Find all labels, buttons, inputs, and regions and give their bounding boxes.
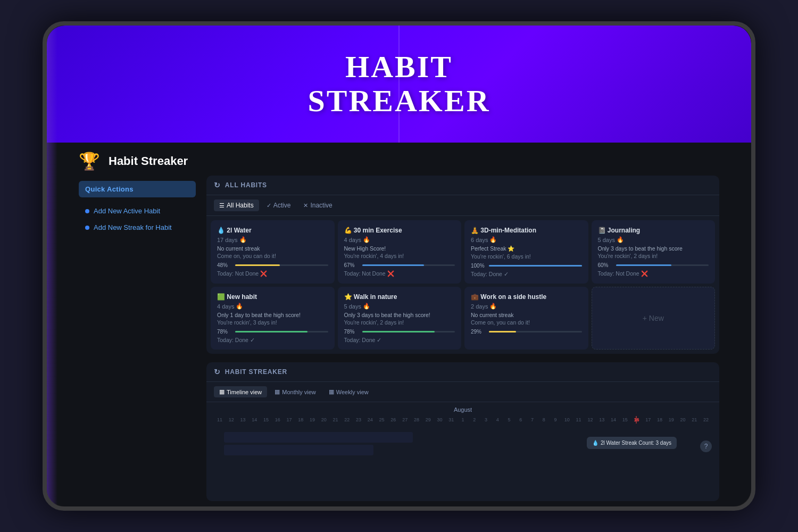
- progress-pct: 78%: [344, 329, 359, 335]
- timeline-date-17: 17: [284, 416, 295, 423]
- progress-bar-bg: [235, 331, 328, 332]
- timeline-date-27: 27: [399, 416, 411, 423]
- content-layout: Quick Actions Add New Active Habit Add N…: [79, 176, 719, 506]
- timeline-row-2: [224, 445, 373, 455]
- habit-days: 5 days 🔥: [598, 236, 709, 243]
- timeline-date-20: 20: [318, 416, 330, 423]
- habits-section-header: ↻ ALL HABITS: [206, 176, 719, 195]
- habit-card-title: 💪 30 min Exercise: [344, 227, 455, 234]
- habit-card-walk[interactable]: ⭐ Walk in nature 5 days 🔥 Only 3 days to…: [338, 287, 462, 350]
- timeline-date-15: 15: [619, 416, 631, 423]
- progress-bar-bg: [235, 264, 328, 266]
- today-status: Today: Done ✓: [344, 337, 455, 343]
- progress-bar-fill: [362, 264, 425, 266]
- progress-bar-bg: [362, 331, 455, 332]
- progress-bar-fill: [489, 331, 516, 332]
- timeline-dates: 1112131415161718192021222324252627282930…: [214, 416, 712, 423]
- timeline-date-14: 14: [248, 416, 260, 423]
- habits-section: ↻ ALL HABITS ☰ All Habits ✓ Active: [206, 176, 719, 354]
- habit-days: 4 days 🔥: [217, 303, 328, 310]
- habit-days: 4 days 🔥: [344, 236, 455, 243]
- progress-bar-fill: [489, 265, 582, 267]
- today-status: Today: Not Done ❌: [344, 270, 455, 277]
- help-button[interactable]: ?: [700, 440, 712, 452]
- tab-timeline-view[interactable]: ▦ Timeline view: [214, 386, 267, 397]
- timeline-date-2: 2: [469, 416, 480, 423]
- habit-streak-text: Only 3 days to beat the high score: [598, 245, 709, 252]
- timeline-date-30: 30: [434, 416, 446, 423]
- timeline-date-1: 1: [457, 416, 469, 423]
- tab-inactive[interactable]: ✕ Inactive: [298, 200, 337, 211]
- hero-title: Habit Streaker: [307, 50, 490, 118]
- habit-card-title: 💧 2l Water: [217, 227, 328, 234]
- timeline-date-12: 12: [585, 416, 596, 423]
- device-frame: Habit Streaker 🏆 Habit Streaker Quick Ac…: [43, 21, 755, 511]
- timeline-date-23: 23: [353, 416, 364, 423]
- timeline-date-11: 11: [214, 416, 226, 423]
- habit-card-title: 🟩 New habit: [217, 293, 328, 301]
- today-status: Today: Done ✓: [471, 271, 582, 277]
- timeline-date-18: 18: [295, 416, 306, 423]
- timeline-date-15: 15: [260, 416, 272, 423]
- today-status: Today: Not Done ❌: [217, 270, 328, 277]
- timeline-date-26: 26: [387, 416, 399, 423]
- habit-card-hustle[interactable]: 💼 Work on a side hustle 2 days 🔥 No curr…: [464, 287, 588, 350]
- tab-weekly-view[interactable]: ▦ Weekly view: [323, 386, 374, 397]
- progress-row: 48%: [217, 262, 328, 268]
- sidebar: Quick Actions Add New Active Habit Add N…: [79, 176, 196, 501]
- timeline-date-19: 19: [306, 416, 318, 423]
- habit-streak-text: No current streak: [217, 245, 328, 252]
- progress-bar-bg: [489, 265, 582, 267]
- progress-pct: 100%: [471, 263, 486, 269]
- hero-banner: Habit Streaker: [47, 26, 751, 143]
- habit-card-title: 📓 Journaling: [598, 227, 709, 234]
- habit-motivate: You're rockin', 6 days in!: [471, 253, 582, 260]
- monthly-view-icon: ▦: [275, 388, 280, 395]
- habit-motivate: You're rockin', 3 days in!: [217, 319, 328, 326]
- timeline-date-14: 14: [608, 416, 619, 423]
- timeline-date-6: 6: [515, 416, 527, 423]
- timeline-date-3: 3: [480, 416, 492, 423]
- habit-card-title: 💼 Work on a side hustle: [471, 293, 582, 301]
- timeline-date-21: 21: [688, 416, 700, 423]
- timeline-section-header: ↻ HABIT STREAKER: [206, 362, 719, 382]
- add-streak-habit-button[interactable]: Add New Streak for Habit: [79, 220, 196, 235]
- timeline-date-29: 29: [422, 416, 434, 423]
- main-content: 🏆 Habit Streaker Quick Actions Add New A…: [47, 143, 751, 506]
- tab-active[interactable]: ✓ Active: [261, 200, 296, 211]
- today-status: Today: Done ✓: [217, 337, 328, 343]
- habit-days: 2 days 🔥: [471, 303, 582, 310]
- refresh-icon: ↻: [214, 181, 221, 189]
- habit-card-exercise[interactable]: 💪 30 min Exercise 4 days 🔥 New High Scor…: [338, 220, 462, 284]
- add-active-habit-button[interactable]: Add New Active Habit: [79, 204, 196, 218]
- app-title: Habit Streaker: [109, 154, 188, 168]
- tab-monthly-view[interactable]: ▦ Monthly view: [269, 386, 321, 397]
- habit-card-add-new[interactable]: + New: [592, 287, 716, 350]
- weekly-view-icon: ▦: [329, 388, 334, 395]
- tab-all-habits[interactable]: ☰ All Habits: [214, 200, 259, 211]
- timeline-date-16: 16: [272, 416, 284, 423]
- timeline-date-4: 4: [492, 416, 503, 423]
- habit-card-journaling[interactable]: 📓 Journaling 5 days 🔥 Only 3 days to bea…: [592, 220, 716, 284]
- timeline-date-21: 21: [330, 416, 342, 423]
- action-dot-1: [85, 209, 89, 213]
- timeline-view-icon: ▦: [219, 388, 225, 395]
- habit-streak-text: Only 1 day to beat the high score!: [217, 312, 328, 318]
- habit-card-water[interactable]: 💧 2l Water 17 days 🔥 No current streak C…: [211, 220, 335, 284]
- habit-card-new-habit[interactable]: 🟩 New habit 4 days 🔥 Only 1 day to beat …: [211, 287, 335, 350]
- timeline-tabs: ▦ Timeline view ▦ Monthly view ▦ Weekly …: [206, 382, 719, 402]
- device-inner: Habit Streaker 🏆 Habit Streaker Quick Ac…: [47, 26, 751, 506]
- timeline-date-13: 13: [237, 416, 249, 423]
- habit-motivate: You're rockin', 2 days in!: [598, 253, 709, 259]
- habit-days: 6 days 🔥: [471, 236, 582, 243]
- timeline-row-1: [224, 432, 413, 443]
- timeline-date-7: 7: [527, 416, 538, 423]
- habit-motivate: Come on, you can do it!: [471, 319, 582, 326]
- progress-pct: 78%: [217, 329, 232, 335]
- timeline-date-20: 20: [677, 416, 689, 423]
- habit-card-meditation[interactable]: 🧘 3D-min-Meditation 6 days 🔥 Perfect Str…: [464, 220, 588, 284]
- today-status: Today: Not Done ❌: [598, 270, 709, 277]
- habit-streak-text: New High Score!: [344, 245, 455, 252]
- progress-row: 100%: [471, 263, 582, 269]
- progress-bar-fill: [235, 264, 280, 266]
